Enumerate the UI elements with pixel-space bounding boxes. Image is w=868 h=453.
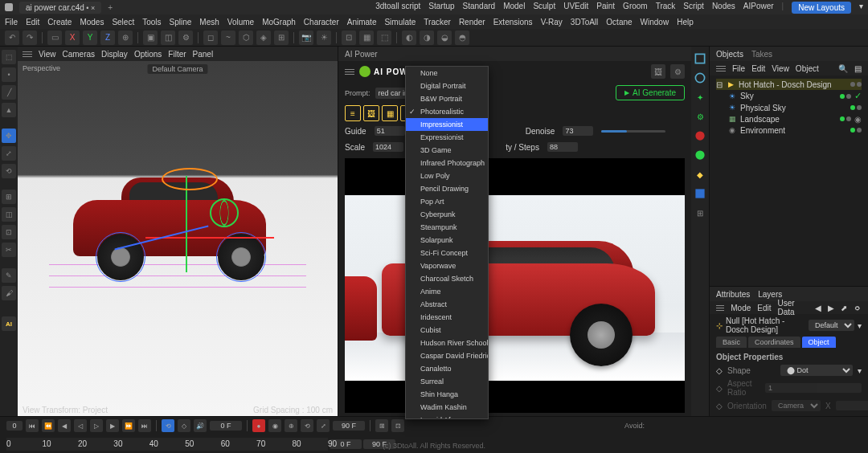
attr-mode-dropdown-icon[interactable]: ▾: [858, 321, 862, 330]
asset-button[interactable]: ⬚: [377, 31, 391, 45]
denoise-slider[interactable]: [601, 130, 665, 133]
field-button[interactable]: ⊞: [274, 31, 289, 45]
viewport-menu-icon[interactable]: [23, 51, 32, 57]
document-tab[interactable]: ai power car.c4d • ×: [19, 2, 101, 14]
key-pos-button[interactable]: ⊕: [285, 419, 297, 432]
style-dropdown[interactable]: NoneDigital PortraitB&W PortraitPhotorea…: [405, 66, 489, 419]
menu-window[interactable]: Window: [641, 18, 669, 27]
vp-menu-options[interactable]: Options: [134, 50, 162, 59]
rtool-grey[interactable]: ⊞: [693, 206, 707, 220]
tag-icon[interactable]: ◉: [854, 115, 862, 124]
menu-select[interactable]: Select: [112, 18, 134, 27]
style-option[interactable]: Wadim Kashin: [406, 401, 488, 414]
layout-nodes[interactable]: Nodes: [712, 2, 735, 14]
style-option[interactable]: Cyberpunk: [406, 208, 488, 221]
layout-startup[interactable]: Startup: [428, 2, 454, 14]
subtab-object[interactable]: Object: [802, 337, 836, 348]
steps-input[interactable]: [547, 142, 578, 152]
undo-button[interactable]: ↶: [5, 31, 19, 45]
extra1-button[interactable]: ◐: [402, 31, 416, 45]
record-button[interactable]: ●: [252, 419, 265, 432]
guide-input[interactable]: [375, 126, 405, 136]
next-key-button[interactable]: ⏩: [122, 419, 135, 432]
layout-menu-icon[interactable]: ▾: [859, 2, 863, 14]
aspect-input[interactable]: [765, 383, 862, 393]
obj-menu-object[interactable]: Object: [796, 64, 819, 73]
extra2-button[interactable]: ◑: [420, 31, 434, 45]
tree-row-root[interactable]: ⊟ ▶ Hot Hatch - Dosch Design: [716, 79, 862, 90]
style-option[interactable]: Photorealistic: [406, 105, 488, 118]
style-option[interactable]: Anime: [406, 285, 488, 298]
tree-item-label[interactable]: Hot Hatch - Dosch Design: [739, 80, 847, 89]
mode-list-icon[interactable]: ≡: [345, 105, 361, 121]
spline-primitive[interactable]: ~: [221, 31, 235, 45]
style-option[interactable]: Canaletto: [406, 362, 488, 375]
camera-selector[interactable]: Default Camera: [147, 64, 207, 74]
menu-simulate[interactable]: Simulate: [384, 18, 416, 27]
obj-menu-edit[interactable]: Edit: [751, 64, 765, 73]
scale-tool[interactable]: ⤢: [2, 146, 16, 161]
play-fwd-button[interactable]: ▷: [90, 419, 103, 432]
style-option[interactable]: Sci-Fi Concept: [406, 247, 488, 259]
style-option[interactable]: None: [406, 67, 488, 80]
rtool-sphere[interactable]: [693, 71, 707, 85]
recent-tool-4[interactable]: ✂: [2, 243, 16, 257]
extra4-button[interactable]: ◓: [455, 31, 469, 45]
subtab-basic[interactable]: Basic: [716, 337, 747, 348]
tree-item-label[interactable]: Landscape: [740, 115, 837, 124]
generate-button[interactable]: AI Generate: [616, 85, 685, 100]
ai-settings-button[interactable]: ⚙: [670, 64, 685, 79]
keyframe-button[interactable]: ◇: [178, 419, 190, 432]
layout-script[interactable]: Script: [683, 2, 704, 14]
goto-start-button[interactable]: ⏮: [26, 419, 39, 432]
next-frame-button[interactable]: ▶: [106, 419, 119, 432]
attr-nav-back[interactable]: ◀: [815, 304, 821, 312]
layout-3dtoall[interactable]: 3dtoall script: [375, 2, 420, 14]
style-option[interactable]: Infrared Photograph: [406, 157, 488, 169]
layout-aipower[interactable]: AIPower: [743, 2, 774, 14]
vp-menu-filter[interactable]: Filter: [168, 50, 186, 59]
coord-toggle[interactable]: ⊕: [118, 31, 133, 45]
attr-menu-icon[interactable]: [716, 305, 724, 311]
select-tool[interactable]: ▭: [47, 31, 62, 45]
expand-icon[interactable]: ⊟: [716, 80, 723, 89]
vp-menu-cameras[interactable]: Cameras: [63, 50, 96, 59]
vp-menu-panel[interactable]: Panel: [193, 50, 214, 59]
new-layouts-button[interactable]: New Layouts: [792, 2, 851, 14]
add-tab-button[interactable]: +: [108, 3, 113, 12]
orient-select[interactable]: Camera: [772, 400, 821, 411]
key-rot-button[interactable]: ⟲: [301, 419, 313, 432]
gizmo-ring[interactable]: [162, 168, 218, 190]
attr-menu-userdata[interactable]: User Data: [778, 299, 809, 316]
menu-3dtoall[interactable]: 3DToAll: [571, 18, 598, 27]
tree-row-sky[interactable]: ☀ Sky ✓: [716, 90, 862, 102]
rtool-gear[interactable]: ⚙: [693, 109, 707, 124]
style-option[interactable]: Caspar David Friedrich: [406, 349, 488, 362]
style-option[interactable]: Pencil Drawing: [406, 182, 488, 195]
tab-takes[interactable]: Takes: [751, 50, 772, 59]
rtool-cube[interactable]: [693, 51, 707, 66]
menu-file[interactable]: File: [5, 18, 18, 27]
orient-x-input[interactable]: [836, 401, 868, 410]
extra3-button[interactable]: ◒: [437, 31, 452, 45]
key-scale-button[interactable]: ⤢: [317, 419, 330, 432]
edges-mode[interactable]: ╱: [2, 85, 16, 100]
attr-menu-mode[interactable]: Mode: [731, 304, 751, 312]
redo-button[interactable]: ↷: [23, 31, 37, 45]
mode-depth-icon[interactable]: ▦: [382, 105, 398, 121]
gizmo-sphere[interactable]: [210, 198, 239, 227]
menu-create[interactable]: Create: [47, 18, 72, 27]
rtool-yellow[interactable]: ◆: [693, 167, 707, 182]
light-button[interactable]: ☀: [317, 31, 331, 45]
menu-render[interactable]: Render: [459, 18, 485, 27]
menu-spline[interactable]: Spline: [170, 18, 192, 27]
move-tool[interactable]: ✥: [2, 129, 16, 143]
subtab-coord[interactable]: Coordinates: [748, 337, 800, 348]
axis-y-toggle[interactable]: Y: [83, 31, 97, 45]
autokey-button[interactable]: 🔊: [194, 419, 207, 432]
paint-tool[interactable]: 🖌: [2, 286, 16, 300]
menu-tools[interactable]: Tools: [142, 18, 161, 27]
vp-menu-view[interactable]: View: [39, 50, 56, 59]
prev-frame-button[interactable]: ◀: [58, 419, 71, 432]
style-option[interactable]: Charcoal Sketch: [406, 272, 488, 285]
